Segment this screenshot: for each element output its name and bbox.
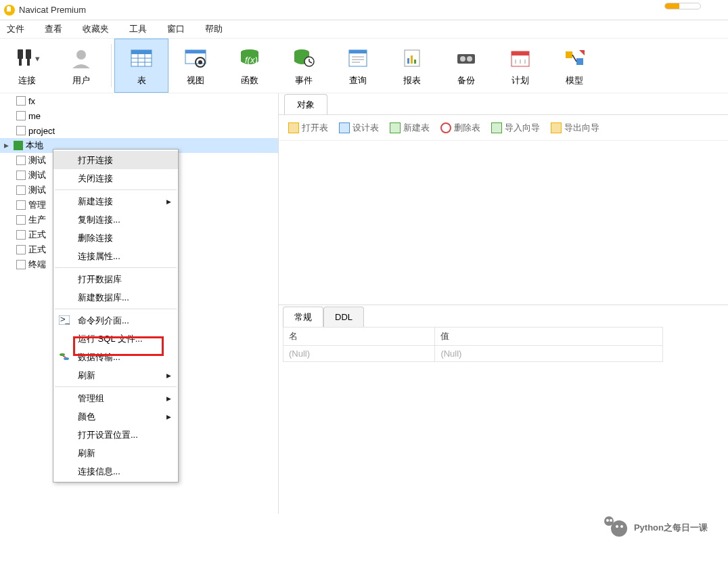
tree-label: project bbox=[28, 126, 55, 136]
progress-indicator bbox=[664, 3, 701, 9]
submenu-arrow-icon: ▶ bbox=[166, 372, 171, 379]
prop-header-name: 名 bbox=[283, 328, 435, 346]
toolbar-separator bbox=[111, 44, 112, 87]
toolbar-model-button[interactable]: 模型 bbox=[547, 39, 601, 93]
obj-design-button[interactable]: 设计表 bbox=[335, 122, 383, 134]
context-menu-item[interactable]: >_命令列介面... bbox=[53, 311, 178, 330]
submenu-arrow-icon: ▶ bbox=[166, 413, 171, 420]
tree-item[interactable]: fx bbox=[0, 93, 278, 108]
context-menu-label: 连接属性... bbox=[78, 250, 120, 263]
context-menu-item[interactable]: 删除连接 bbox=[53, 229, 178, 247]
context-menu-item[interactable]: 数据传输... bbox=[53, 348, 178, 366]
context-menu-label: 数据传输... bbox=[78, 351, 120, 363]
event-icon bbox=[290, 45, 317, 72]
tree-item[interactable]: project bbox=[0, 123, 278, 138]
svg-rect-7 bbox=[131, 50, 152, 54]
toolbar-connect-label: 连接 bbox=[18, 74, 36, 87]
svg-point-15 bbox=[198, 60, 202, 64]
submenu-arrow-icon: ▶ bbox=[166, 198, 171, 205]
context-menu-label: 颜色 bbox=[78, 411, 95, 423]
backup-icon bbox=[453, 45, 480, 72]
menu-tools[interactable]: 工具 bbox=[129, 23, 147, 35]
tree-label: 本地 bbox=[26, 139, 43, 152]
obj-import-button[interactable]: 导入向导 bbox=[487, 122, 544, 134]
context-menu-item[interactable]: 运行 SQL 文件... bbox=[53, 330, 178, 348]
tab-general[interactable]: 常规 bbox=[283, 307, 323, 327]
context-menu-item[interactable]: 连接信息... bbox=[53, 462, 178, 480]
model-icon bbox=[561, 45, 588, 72]
context-menu-item[interactable]: 新建连接▶ bbox=[53, 192, 178, 210]
svg-rect-13 bbox=[185, 50, 206, 53]
svg-rect-0 bbox=[18, 49, 23, 59]
menu-help[interactable]: 帮助 bbox=[205, 23, 223, 35]
property-table: 名 值 (Null) (Null) bbox=[283, 327, 663, 362]
context-menu-label: 打开连接 bbox=[78, 154, 113, 166]
obj-new-button[interactable]: 新建表 bbox=[386, 122, 434, 134]
report-icon bbox=[399, 45, 426, 72]
menu-window[interactable]: 窗口 bbox=[167, 23, 185, 35]
connection-tree: fx me project ▶本地 测试 测试 测试 管理 生产 正式 正式 终… bbox=[0, 93, 279, 514]
context-menu-item[interactable]: 颜色▶ bbox=[53, 407, 178, 426]
svg-point-32 bbox=[460, 56, 465, 62]
context-menu-item[interactable]: 打开连接 bbox=[53, 151, 178, 169]
obj-export-button[interactable]: 导出向导 bbox=[547, 122, 604, 134]
svg-rect-30 bbox=[414, 60, 416, 64]
menu-favorites[interactable]: 收藏夹 bbox=[83, 23, 109, 35]
wechat-icon bbox=[604, 516, 627, 539]
menu-view[interactable]: 查看 bbox=[45, 23, 62, 35]
context-menu: 打开连接关闭连接新建连接▶复制连接...删除连接连接属性...打开数据库新建数据… bbox=[53, 149, 179, 483]
toolbar-report-label: 报表 bbox=[403, 74, 421, 87]
toolbar-view-button[interactable]: 视图 bbox=[168, 39, 223, 93]
context-menu-item[interactable]: 连接属性... bbox=[53, 247, 178, 265]
toolbar-event-button[interactable]: 事件 bbox=[277, 39, 331, 93]
svg-rect-2 bbox=[19, 59, 22, 66]
context-menu-item[interactable]: 新建数据库... bbox=[53, 288, 178, 307]
toolbar-model-label: 模型 bbox=[566, 74, 583, 87]
tab-ddl[interactable]: DDL bbox=[323, 307, 364, 327]
toolbar-func-button[interactable]: f(x) 函数 bbox=[223, 39, 277, 93]
context-menu-item[interactable]: 关闭连接 bbox=[53, 169, 178, 187]
svg-line-41 bbox=[572, 55, 576, 62]
tree-label: 测试 bbox=[28, 169, 46, 181]
new-table-icon bbox=[390, 122, 401, 133]
toolbar-table-button[interactable]: 表 bbox=[114, 39, 168, 93]
toolbar-plan-button[interactable]: 计划 bbox=[493, 39, 547, 93]
obj-open-button[interactable]: 打开表 bbox=[284, 122, 332, 134]
context-menu-item[interactable]: 刷新▶ bbox=[53, 366, 178, 384]
tree-item[interactable]: me bbox=[0, 108, 278, 123]
context-menu-separator bbox=[55, 309, 177, 309]
svg-text:>_: >_ bbox=[60, 315, 70, 324]
obj-delete-button[interactable]: 删除表 bbox=[436, 122, 484, 134]
svg-point-45 bbox=[64, 357, 69, 360]
context-menu-label: 运行 SQL 文件... bbox=[78, 333, 143, 345]
context-menu-item[interactable]: 打开数据库 bbox=[53, 270, 178, 288]
submenu-arrow-icon: ▶ bbox=[166, 395, 171, 402]
object-tab[interactable]: 对象 bbox=[284, 94, 327, 114]
prop-cell: (Null) bbox=[435, 346, 663, 362]
lower-tabs: 常规 DDL bbox=[279, 305, 728, 327]
toolbar-query-button[interactable]: 查询 bbox=[331, 39, 385, 93]
import-icon bbox=[491, 122, 502, 133]
svg-rect-39 bbox=[566, 51, 572, 58]
table-icon bbox=[128, 45, 155, 72]
toolbar-backup-button[interactable]: 备份 bbox=[439, 39, 493, 93]
prop-cell: (Null) bbox=[283, 346, 435, 362]
toolbar-report-button[interactable]: 报表 bbox=[385, 39, 439, 93]
toolbar-user-button[interactable]: 用户 bbox=[54, 39, 108, 93]
function-icon: f(x) bbox=[236, 45, 263, 72]
expand-icon[interactable]: ▶ bbox=[4, 142, 11, 149]
menu-file[interactable]: 文件 bbox=[7, 23, 24, 35]
context-menu-separator bbox=[55, 189, 177, 190]
svg-rect-28 bbox=[407, 58, 409, 64]
svg-text:f(x): f(x) bbox=[245, 55, 258, 65]
context-menu-item[interactable]: 刷新 bbox=[53, 444, 178, 462]
context-menu-item[interactable]: 管理组▶ bbox=[53, 389, 178, 407]
view-icon bbox=[182, 45, 209, 72]
toolbar-func-label: 函数 bbox=[241, 74, 258, 87]
context-menu-label: 新建连接 bbox=[78, 196, 113, 208]
tree-label: 终端 bbox=[28, 259, 46, 271]
tree-label: 测试 bbox=[28, 154, 46, 166]
context-menu-item[interactable]: 打开设置位置... bbox=[53, 426, 178, 444]
toolbar-connect-button[interactable]: ▾ 连接 bbox=[0, 39, 54, 93]
context-menu-item[interactable]: 复制连接... bbox=[53, 210, 178, 229]
